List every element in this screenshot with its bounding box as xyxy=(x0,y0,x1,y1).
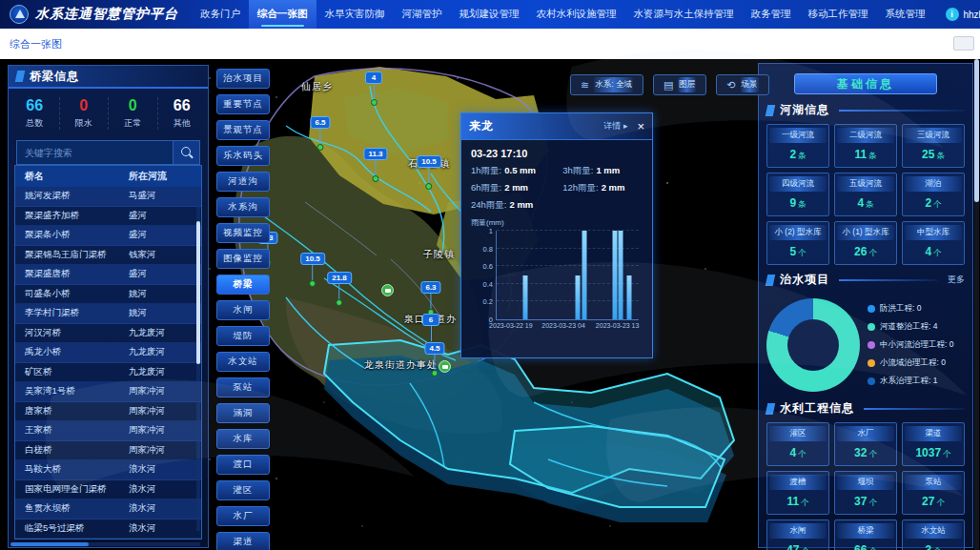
scrollbar-thumb[interactable] xyxy=(974,59,979,202)
nav-item-10[interactable]: 系统管理 xyxy=(877,0,934,29)
engineering-stat-cell: 堰坝37个 xyxy=(834,471,897,515)
layer-menu-item-9[interactable]: 桥梁 xyxy=(216,275,270,295)
table-row[interactable]: 姚河发渠桥马盛河 xyxy=(15,187,201,207)
layer-menu-item-14[interactable]: 涵洞 xyxy=(216,403,270,423)
water-level-marker[interactable]: 6.5 xyxy=(310,112,330,151)
table-vertical-scrollbar[interactable] xyxy=(196,189,200,531)
search-input[interactable] xyxy=(16,140,174,165)
table-row[interactable]: 鱼贯水坝桥浪水河 xyxy=(15,499,201,519)
water-level-marker[interactable]: 10.5 xyxy=(417,151,441,190)
rainfall-stats: 1h雨量:0.5 mm3h雨量:1 mm6h雨量:2 mm12h雨量:2 mm2… xyxy=(471,165,643,212)
table-row[interactable]: 聚渠盛唐桥盛河 xyxy=(15,265,201,285)
scrollbar-thumb[interactable] xyxy=(196,221,200,364)
water-level-marker[interactable]: 11.3 xyxy=(363,143,387,182)
nav-item-3[interactable]: 水旱灾害防御 xyxy=(316,0,394,29)
nav-item-6[interactable]: 农村水利设施管理 xyxy=(528,0,625,29)
table-row[interactable]: 王家桥周家冲河 xyxy=(15,421,201,441)
divider xyxy=(839,279,938,281)
layer-menu-item-11[interactable]: 堤防 xyxy=(216,326,270,346)
water-level-marker[interactable]: 21.8 xyxy=(327,267,352,306)
layer-menu-item-7[interactable]: 视频监控 xyxy=(216,223,270,243)
layer-menu-item-13[interactable]: 泵站 xyxy=(216,377,270,397)
legend-item: 中小河流治理工程: 0 xyxy=(868,339,965,351)
nav-item-5[interactable]: 规划建设管理 xyxy=(451,0,528,29)
scrollbar-thumb[interactable] xyxy=(10,542,89,546)
layer-menu-item-15[interactable]: 水库 xyxy=(216,429,270,449)
more-link[interactable]: 更多 xyxy=(948,274,965,286)
water-level-marker[interactable]: 4 xyxy=(365,67,382,106)
bridge-name-cell: 吴家湾1号桥 xyxy=(15,385,123,397)
layer-menu-item-6[interactable]: 水系沟 xyxy=(216,197,270,217)
breadcrumb[interactable]: 综合一张图 xyxy=(10,37,62,51)
rain-stat: 1h雨量:0.5 mm xyxy=(471,165,559,177)
stat-label: 正常 xyxy=(109,117,157,130)
search-icon[interactable] xyxy=(174,140,200,165)
page-scrollbar[interactable] xyxy=(974,59,979,550)
engineering-stat-cell: 水闸47个 xyxy=(766,519,829,550)
layer-menu-item-17[interactable]: 灌区 xyxy=(216,480,270,500)
map-control-water-system[interactable]: ≋水系: 全域 xyxy=(570,74,643,95)
layer-menu-item-4[interactable]: 乐水码头 xyxy=(216,146,270,166)
table-row[interactable]: 禹龙小桥九龙废河 xyxy=(15,343,201,363)
map-control-scene[interactable]: ⟲场景 xyxy=(716,74,768,95)
chart-y-axis-label: 雨量(mm) xyxy=(471,217,504,228)
camera-marker-icon[interactable] xyxy=(381,284,394,296)
layer-menu-item-1[interactable]: 治水项目 xyxy=(216,69,270,89)
stat-cell-unit: 个 xyxy=(933,546,942,550)
layer-menu-item-10[interactable]: 水闸 xyxy=(216,300,270,320)
stat-cell-value: 47个 xyxy=(769,539,827,550)
table-horizontal-scrollbar[interactable] xyxy=(10,542,200,546)
stat-cell-unit: 条 xyxy=(798,199,806,209)
nav-item-8[interactable]: 政务管理 xyxy=(743,0,800,29)
river-name-cell: 盛河 xyxy=(123,210,201,222)
popup-timestamp: 03-23 17:10 xyxy=(471,148,643,159)
table-row[interactable]: 聚渠盛齐加桥盛河 xyxy=(15,207,201,227)
layer-menu-item-16[interactable]: 渡口 xyxy=(216,455,270,475)
marker-dot-icon xyxy=(432,370,439,377)
chart-bar xyxy=(618,231,623,319)
table-row[interactable]: 国家电网理金门渠桥浪水河 xyxy=(15,480,201,500)
bridge-name-cell: 禹龙小桥 xyxy=(15,346,123,358)
stat-cell-unit: 个 xyxy=(801,498,809,507)
engineering-stat-cell: 渡槽11个 xyxy=(766,471,829,515)
camera-marker-icon[interactable] xyxy=(439,360,451,373)
table-row[interactable]: 临梁5号过渠桥浪水河 xyxy=(15,519,201,540)
water-level-marker[interactable]: 10.5 xyxy=(300,248,325,287)
popup-detail-link[interactable]: 详情 ▸ xyxy=(603,120,627,132)
table-row[interactable]: 聚渠条小桥盛河 xyxy=(15,226,201,246)
marker-stem xyxy=(428,168,429,183)
stat-cell-label: 桥梁 xyxy=(837,523,894,539)
basic-info-button[interactable]: 基础信息 xyxy=(794,73,937,94)
corner-widget[interactable] xyxy=(953,36,974,51)
layer-menu-item-19[interactable]: 渠道 xyxy=(216,532,270,550)
table-row[interactable]: 河汉河桥九龙废河 xyxy=(15,324,201,344)
layer-menu-item-3[interactable]: 景观节点 xyxy=(216,120,270,140)
panel-marker-icon xyxy=(15,71,26,82)
table-row[interactable]: 马鞍大桥浪水河 xyxy=(15,460,201,480)
marker-dot-icon xyxy=(336,299,342,306)
nav-item-2[interactable]: 综合一张图 xyxy=(249,0,316,29)
table-row[interactable]: 聚渠锦岛王庙门渠桥钱家河 xyxy=(15,246,201,266)
layer-menu-item-2[interactable]: 重要节点 xyxy=(216,94,270,114)
table-row[interactable]: 白槎桥周家冲河 xyxy=(15,441,201,461)
layer-menu-item-8[interactable]: 图像监控 xyxy=(216,249,270,269)
table-row[interactable]: 吴家湾1号桥周家冲河 xyxy=(15,382,201,402)
bridge-name-cell: 鱼贯水坝桥 xyxy=(15,502,123,515)
map-control-layers[interactable]: ▤图层 xyxy=(653,74,706,95)
table-row[interactable]: 唐家桥周家冲河 xyxy=(15,402,201,422)
nav-item-4[interactable]: 河湖管护 xyxy=(394,0,451,29)
close-icon[interactable]: × xyxy=(637,120,644,132)
layer-menu-item-18[interactable]: 水厂 xyxy=(216,506,270,526)
stat-cell-value: 4个 xyxy=(769,441,827,462)
layer-menu-item-12[interactable]: 水文站 xyxy=(216,352,270,372)
legend-label: 防洪工程: 0 xyxy=(880,303,921,315)
table-row[interactable]: 矿区桥九龙废河 xyxy=(15,363,201,383)
marker-value: 6.3 xyxy=(420,281,440,294)
nav-item-1[interactable]: 政务门户 xyxy=(192,0,249,29)
layer-menu-item-5[interactable]: 河道沟 xyxy=(216,172,270,192)
nav-item-9[interactable]: 移动工作管理 xyxy=(800,0,877,29)
nav-item-7[interactable]: 水资源与水土保持管理 xyxy=(625,0,743,29)
table-row[interactable]: 司盛条小桥姚河 xyxy=(15,285,201,305)
table-row[interactable]: 李学村门渠桥姚河 xyxy=(15,304,201,324)
user-menu[interactable]: i hhzb42080201 ∨ xyxy=(934,0,980,29)
